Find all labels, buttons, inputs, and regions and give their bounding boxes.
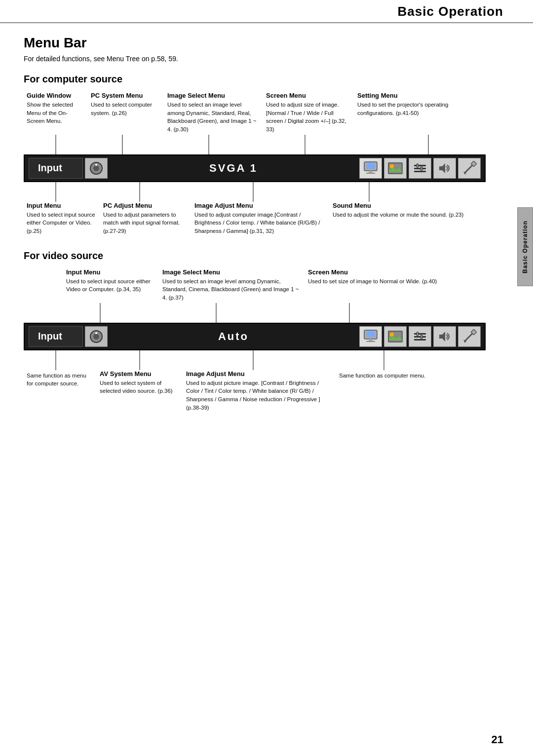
pc-system-menu-label: PC System Menu Used to select computer s… [88,92,164,134]
menu-icon-1 [85,158,108,179]
menu-icon-pc [359,158,382,179]
pc-adjust-menu-label: PC Adjust Menu Used to adjust parameters… [100,202,191,235]
video-image-select-label: Image Select Menu Used to select an imag… [159,268,305,302]
header-title: Basic Operation [398,4,503,19]
video-same-computer-label: Same function as computer menu. [336,370,486,412]
video-menu-bar-center-label: Auto [110,330,357,343]
svg-rect-15 [414,168,426,169]
page-title: Menu Bar [24,35,486,51]
svg-rect-37 [388,331,402,342]
computer-source-section: For computer source Guide Window Show th… [24,74,486,235]
sound-menu-label: Sound Menu Used to adjust the volume or … [330,202,486,235]
image-select-menu-label: Image Select Menu Used to select an imag… [164,92,263,134]
setting-menu-label: Setting Menu Used to set the projector's… [354,92,486,134]
svg-rect-39 [414,333,426,335]
svg-rect-36 [366,341,375,342]
bottom-connector-lines [24,182,486,202]
svg-marker-19 [439,163,445,173]
svg-rect-18 [420,167,422,170]
av-system-menu-label: AV System Menu Used to select system of … [97,370,183,412]
svg-rect-34 [367,331,375,337]
svg-marker-44 [439,332,445,341]
svg-point-13 [390,164,394,168]
page-number: 21 [492,733,503,746]
video-same-function-label: Same function as menu for computer sourc… [24,370,97,412]
video-menu-bar: Input Auto [24,323,486,350]
top-connector-lines [24,135,486,154]
svg-rect-12 [388,163,402,174]
svg-rect-9 [367,163,375,169]
svg-point-32 [95,332,97,334]
menu-icon-image [384,158,407,179]
video-bottom-connector-lines [24,350,486,370]
side-tab: Basic Operation [517,207,533,286]
video-menu-icon-adjust [409,326,431,347]
video-section-heading: For video source [24,250,486,262]
video-menu-icon-settings [458,326,481,347]
video-image-adjust-label: Image Adjust Menu Used to adjust picture… [183,370,336,412]
image-adjust-menu-label: Image Adjust Menu Used to adjust compute… [191,202,330,235]
video-top-connector-lines [24,303,486,323]
video-menu-icon-1 [85,326,108,347]
video-input-label: Input [29,326,83,347]
video-input-menu-label: Input Menu Used to select input source e… [63,268,159,302]
main-content: Menu Bar For detailed functions, see Men… [0,23,515,438]
video-menu-icon-image [384,326,407,347]
svg-rect-16 [414,171,426,172]
svg-rect-10 [369,171,373,173]
page-header: Basic Operation [0,0,533,23]
computer-menu-bar: Input SVGA 1 [24,154,486,182]
svg-rect-41 [414,339,426,340]
svg-rect-35 [369,339,373,341]
screen-menu-label-top: Screen Menu Used to adjust size of image… [263,92,354,134]
svg-rect-43 [420,335,422,339]
svg-point-7 [95,164,97,166]
svg-rect-17 [417,164,419,167]
svg-rect-42 [417,332,419,336]
svg-rect-14 [414,165,426,166]
menu-icon-adjust [409,158,431,179]
svg-point-38 [390,333,394,337]
computer-section-heading: For computer source [24,74,486,85]
input-label: Input [29,158,83,179]
video-source-section: For video source Input Menu Used to sele… [24,250,486,412]
input-menu-label-bottom: Input Menu Used to select input source e… [24,202,100,235]
svg-point-6 [93,165,99,171]
subtitle: For detailed functions, see Menu Tree on… [24,55,486,63]
menu-icon-sound [433,158,456,179]
svg-point-31 [93,334,99,340]
video-menu-icon-pc [359,326,382,347]
menu-bar-center-label: SVGA 1 [110,162,357,175]
video-screen-menu-label: Screen Menu Used to set size of image to… [305,268,486,302]
menu-icon-settings [458,158,481,179]
svg-rect-40 [414,336,426,338]
svg-rect-11 [366,173,375,174]
guide-window-label: Guide Window Show the selected Menu of t… [24,92,88,134]
video-menu-icon-sound [433,326,456,347]
